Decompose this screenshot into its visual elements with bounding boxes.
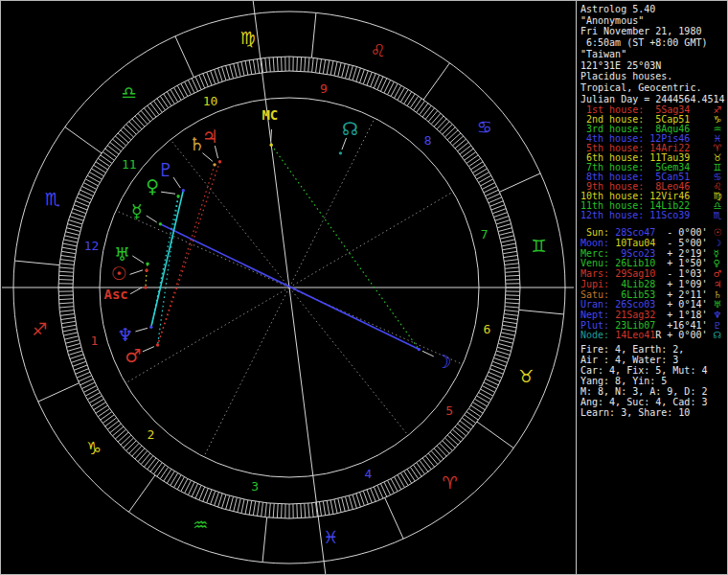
house-number-4: 4: [365, 467, 373, 481]
degree-tick: [73, 209, 86, 214]
info-panel: Astrolog 5.40"Anonymous"Fri November 21,…: [576, 0, 727, 575]
degree-tick: [144, 108, 152, 120]
zodiac-scorpio-glyph: ♏: [45, 189, 60, 209]
degree-tick: [115, 136, 125, 146]
degree-tick: [262, 502, 263, 517]
degree-tick: [66, 228, 80, 232]
degree-tick: [63, 333, 78, 335]
degree-tick: [471, 405, 484, 413]
degree-tick: [502, 243, 516, 246]
degree-tick: [349, 65, 353, 79]
degree-tick: [241, 61, 244, 76]
degree-tick: [94, 402, 106, 410]
degree-tick: [249, 60, 252, 75]
degree-tick: [342, 497, 346, 512]
sign-divider: [14, 261, 59, 265]
zodiac-capricorn-glyph: ♑: [86, 438, 102, 458]
degree-tick: [69, 351, 82, 355]
degree-tick: [360, 69, 365, 82]
degree-tick: [110, 424, 122, 432]
planet-pointer: [130, 270, 144, 275]
asc-label: Asc: [103, 287, 127, 302]
degree-tick: [141, 110, 150, 121]
degree-tick: [150, 104, 159, 115]
degree-tick: [410, 96, 418, 107]
degree-tick: [417, 101, 425, 112]
degree-tick: [249, 501, 252, 516]
degree-tick: [345, 496, 349, 510]
degree-tick: [506, 280, 520, 281]
degree-tick: [425, 456, 434, 468]
zodiac-aries-glyph: ♈: [443, 472, 458, 493]
degree-tick: [164, 94, 171, 106]
wheel-plut-glyph: ♇: [157, 159, 173, 180]
degree-tick: [462, 149, 473, 157]
degree-tick: [495, 355, 509, 359]
planet-dot: [182, 189, 185, 192]
planet-pointer: [147, 216, 157, 222]
degree-tick: [222, 67, 226, 80]
degree-tick: [466, 155, 478, 164]
degree-tick: [450, 133, 461, 143]
planet-glyph: ♅: [714, 299, 722, 310]
degree-tick: [59, 267, 74, 268]
degree-tick: [460, 146, 471, 154]
degree-tick: [98, 408, 109, 416]
chart-wheel-area: ♈♉♊♋♌♍♎♏♐♑♒♓123456789101112☉☽☿♀♂♃♄♅♆♇☊As…: [0, 0, 576, 575]
degree-tick: [150, 460, 159, 472]
asc-pointer: [130, 288, 142, 294]
degree-tick: [60, 255, 75, 257]
degree-tick: [425, 108, 434, 120]
degree-tick: [118, 432, 128, 442]
sign-divider: [128, 475, 154, 512]
wheel-uran-glyph: ♅: [114, 243, 130, 264]
degree-tick: [98, 158, 109, 166]
wheel-mars-glyph: ♂: [125, 345, 141, 366]
degree-tick: [420, 104, 428, 115]
planet-pointer: [143, 347, 154, 352]
degree-tick: [503, 247, 517, 250]
degree-tick: [334, 499, 337, 514]
header-line: 6:50am (ST +8:00 GMT): [580, 37, 727, 49]
degree-tick: [505, 310, 519, 312]
degree-tick: [455, 426, 466, 436]
degree-tick: [504, 260, 518, 262]
degree-tick: [112, 139, 123, 149]
degree-tick: [297, 57, 298, 71]
planet-glyph: ♀: [714, 258, 720, 268]
degree-tick: [96, 405, 108, 413]
degree-tick: [440, 122, 449, 132]
degree-tick: [115, 429, 125, 439]
sign-divider: [423, 63, 449, 100]
degree-tick: [60, 260, 75, 262]
degree-tick: [67, 347, 80, 351]
degree-tick: [102, 415, 114, 424]
mc-pointer: [271, 129, 272, 141]
degree-tick: [64, 236, 79, 239]
degree-tick: [496, 220, 510, 224]
degree-tick: [124, 127, 134, 137]
degree-tick: [407, 94, 415, 106]
header-line: 121°31E 25°03N: [580, 60, 727, 72]
degree-tick: [171, 473, 178, 486]
degree-tick: [234, 497, 238, 512]
degree-tick: [363, 71, 368, 84]
degree-tick: [277, 57, 278, 71]
degree-tick: [356, 68, 361, 81]
degree-tick: [492, 361, 506, 366]
degree-tick: [238, 62, 240, 77]
degree-tick: [471, 162, 484, 170]
planet-glyph: ☽: [714, 238, 722, 248]
degree-tick: [94, 165, 106, 172]
degree-tick: [434, 116, 444, 126]
degree-tick: [305, 58, 306, 72]
degree-tick: [245, 500, 248, 515]
header-line: Fri November 21, 1980: [580, 26, 727, 37]
sign-divider: [519, 310, 564, 314]
planet-dot: [339, 151, 342, 154]
degree-tick: [443, 441, 453, 451]
degree-tick: [502, 329, 516, 332]
degree-tick: [460, 421, 471, 429]
planet-glyph: ♇: [714, 320, 722, 331]
degree-tick: [506, 295, 520, 296]
